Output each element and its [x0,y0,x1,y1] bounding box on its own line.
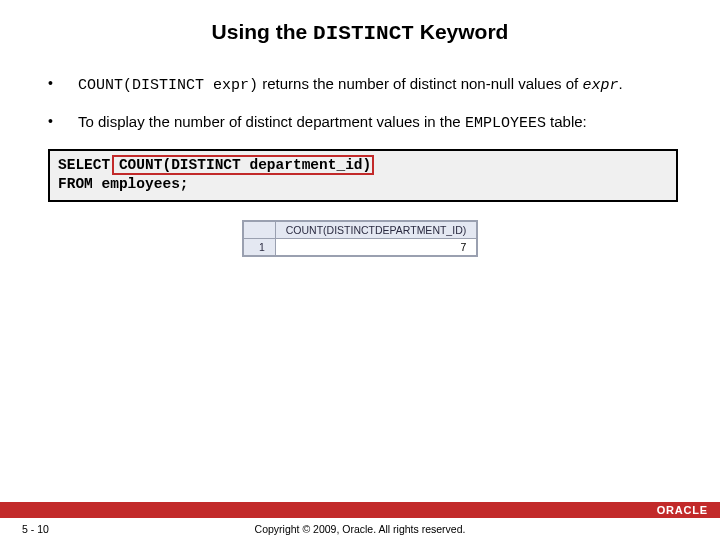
result-rownum: 1 [243,238,275,255]
title-part2: Keyword [414,20,509,43]
bullet-span: returns the number of distinct non-null … [258,75,582,92]
bullet-dot: • [48,111,78,131]
footer: ORACLE 5 - 10 Copyright © 2009, Oracle. … [0,502,720,540]
bullet-item: • To display the number of distinct depa… [48,111,678,135]
bullet-span: . [618,75,622,92]
bullet-span: table: [546,113,587,130]
result-value: 7 [275,238,476,255]
bullet-span: To display the number of distinct depart… [78,113,465,130]
code-line: SELECT COUNT(DISTINCT department_id) [58,156,668,176]
result-area: COUNT(DISTINCTDEPARTMENT_ID) 1 7 [0,220,720,260]
sql-code-box: SELECT COUNT(DISTINCT department_id) FRO… [48,149,678,202]
bullet-code: EMPLOYEES [465,115,546,132]
page-number: 5 - 10 [0,523,90,535]
result-grid: COUNT(DISTINCTDEPARTMENT_ID) 1 7 [242,220,478,257]
code-kw: SELECT [58,157,110,173]
code-rest: employees; [93,176,189,192]
bullet-item: • COUNT(DISTINCT expr) returns the numbe… [48,73,678,97]
slide-title: Using the DISTINCT Keyword [0,0,720,73]
code-line: FROM employees; [58,175,668,195]
copyright: Copyright © 2009, Oracle. All rights res… [90,523,720,535]
title-part1: Using the [212,20,314,43]
title-keyword: DISTINCT [313,22,414,45]
bullet-text: COUNT(DISTINCT expr) returns the number … [78,73,678,97]
bullet-list: • COUNT(DISTINCT expr) returns the numbe… [0,73,720,135]
footer-text: 5 - 10 Copyright © 2009, Oracle. All rig… [0,518,720,540]
result-column-header: COUNT(DISTINCTDEPARTMENT_ID) [275,221,476,238]
brand-logo: ORACLE [657,504,708,516]
code-kw: FROM [58,176,93,192]
bullet-dot: • [48,73,78,93]
bullet-text: To display the number of distinct depart… [78,111,678,135]
bullet-code: COUNT(DISTINCT expr) [78,77,258,94]
footer-bar: ORACLE [0,502,720,518]
result-rownum-header [243,221,275,238]
code-rest: COUNT(DISTINCT department_id) [110,157,371,173]
bullet-code: expr [582,77,618,94]
